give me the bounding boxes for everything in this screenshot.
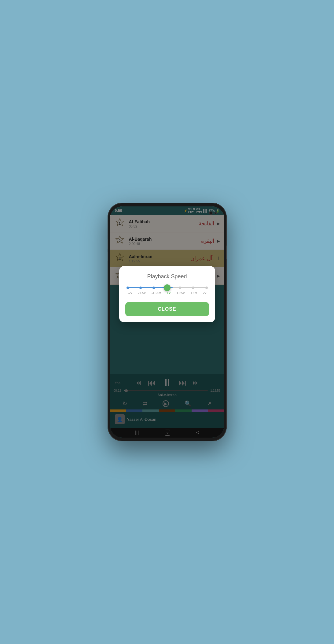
playback-speed-modal: Playback Speed -2x -1.5x -1.2 [119,266,215,322]
slider-dot-6 [205,287,208,289]
slider-dot-5 [192,287,194,289]
speed-label-4: 1.25x [176,291,185,295]
speed-slider-container[interactable]: -2x -1.5x -1.25x 1x 1.25x 1.5x 2x [128,287,207,295]
camera-lens-main [209,211,213,215]
power-button[interactable] [226,246,227,259]
speed-label-5: 1.5x [191,291,197,295]
phone-screen: 9:50 ⚡ VoI RLTE1 VoILTE2 ▌▌ 67% 🔋 [110,206,224,438]
speed-label-1: -1.5x [138,291,145,295]
close-button[interactable]: CLOSE [125,302,209,316]
slider-dot-2 [152,287,155,289]
slider-dot-0 [127,287,129,289]
slider-track [128,287,207,288]
slider-dot-4 [179,287,181,289]
slider-dot-1 [139,287,142,289]
speed-label-2: -1.25x [152,291,161,295]
speed-label-6: 2x [203,291,207,295]
modal-title: Playback Speed [125,273,209,280]
speed-label-0: -2x [128,291,132,295]
slider-labels: -2x -1.5x -1.25x 1x 1.25x 1.5x 2x [128,291,207,295]
volume-up-button[interactable] [108,239,108,249]
slider-thumb[interactable] [164,284,171,291]
volume-down-button[interactable] [108,252,108,261]
camera-lens-secondary [215,212,217,214]
speed-label-3: 1x [167,291,171,295]
phone-frame: 9:50 ⚡ VoI RLTE1 VoILTE2 ▌▌ 67% 🔋 [108,203,227,441]
camera-area [209,211,217,215]
